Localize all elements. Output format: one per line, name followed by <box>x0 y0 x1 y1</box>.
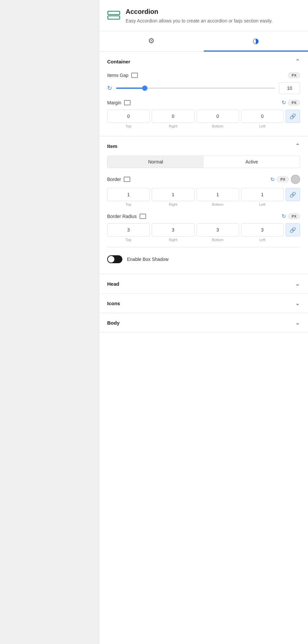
tab-normal-label: Normal <box>148 159 163 164</box>
border-top-input[interactable]: 1 <box>107 188 150 201</box>
border-bottom-input[interactable]: 1 <box>197 188 239 201</box>
items-gap-fill <box>116 88 145 89</box>
margin-bottom-value: 0 <box>216 114 219 119</box>
section-head: Head ⌄ <box>99 274 308 294</box>
border-top-label: Top <box>126 202 132 206</box>
sidebar <box>0 0 99 644</box>
items-gap-track[interactable] <box>116 88 275 89</box>
section-item-content: Normal Active Border ↻ PX <box>99 156 308 274</box>
border-row: Border ↻ PX <box>107 175 300 184</box>
style-icon: ◑ <box>253 37 259 45</box>
margin-right-cell: 0 Right <box>152 110 194 128</box>
items-gap-right: PX <box>288 72 300 78</box>
margin-bottom-cell: 0 Bottom <box>197 110 239 128</box>
border-radius-top-value: 3 <box>127 227 130 233</box>
border-radius-right-controls: ↻ PX <box>282 213 300 219</box>
border-radius-text: Border Radius <box>107 214 137 219</box>
margin-right-input[interactable]: 0 <box>152 110 194 123</box>
border-radius-screen-icon <box>139 214 146 219</box>
margin-top-value: 0 <box>127 114 130 119</box>
margin-text: Margin <box>107 100 121 105</box>
margin-reset-icon[interactable]: ↻ <box>282 99 286 106</box>
border-radius-unit[interactable]: PX <box>288 213 300 219</box>
section-icons: Icons ⌄ <box>99 294 308 313</box>
border-right-input[interactable]: 1 <box>152 188 194 201</box>
items-gap-label: Items Gap <box>107 73 138 78</box>
section-body-header[interactable]: Body ⌄ <box>99 313 308 332</box>
border-link-button[interactable]: 🔗 <box>286 188 300 201</box>
section-head-header[interactable]: Head ⌄ <box>99 274 308 293</box>
section-icons-header[interactable]: Icons ⌄ <box>99 294 308 313</box>
svg-rect-1 <box>108 16 120 19</box>
border-radius-link-button[interactable]: 🔗 <box>286 223 300 236</box>
tab-normal[interactable]: Normal <box>108 156 204 168</box>
border-radius-top-input[interactable]: 3 <box>107 223 150 236</box>
border-radius-right-label: Right <box>169 238 177 242</box>
border-inputs: 1 Top 1 Right 1 Bottom <box>107 188 300 206</box>
item-chevron-up-icon: ⌃ <box>295 142 300 150</box>
items-gap-reset-icon[interactable]: ↻ <box>107 85 112 92</box>
section-head-title: Head <box>107 281 119 287</box>
margin-unit[interactable]: PX <box>288 100 300 106</box>
border-radius-right-value: 3 <box>172 227 174 233</box>
items-gap-value[interactable]: 10 <box>279 82 300 94</box>
border-screen-icon <box>124 177 130 182</box>
tab-style[interactable]: ◑ <box>204 31 308 52</box>
border-radius-bottom-input[interactable]: 3 <box>197 223 239 236</box>
border-radius-right-input[interactable]: 3 <box>152 223 194 236</box>
border-unit[interactable]: PX <box>277 176 289 182</box>
box-shadow-row: Enable Box Shadow <box>107 249 300 266</box>
margin-inputs: 0 Top 0 Right 0 Bottom <box>107 110 300 128</box>
border-radius-left-input[interactable]: 3 <box>241 223 284 236</box>
section-container: Container ⌃ Items Gap PX ↻ <box>99 52 308 136</box>
margin-screen-icon <box>124 100 131 105</box>
container-chevron-up-icon: ⌃ <box>295 58 300 65</box>
body-chevron-down-icon: ⌄ <box>295 319 300 326</box>
border-radius-left-label: Left <box>259 238 265 242</box>
margin-link-button[interactable]: 🔗 <box>286 110 300 123</box>
border-radius-top-cell: 3 Top <box>107 223 150 242</box>
margin-bottom-input[interactable]: 0 <box>197 110 239 123</box>
margin-left-cell: 0 Left <box>241 110 284 128</box>
margin-top-cell: 0 Top <box>107 110 150 128</box>
margin-label: Margin <box>107 100 131 105</box>
tab-active[interactable]: Active <box>204 156 300 168</box>
toggle-knob <box>108 256 114 263</box>
border-top-cell: 1 Top <box>107 188 150 206</box>
margin-row: Margin ↻ PX <box>107 99 300 106</box>
margin-left-input[interactable]: 0 <box>241 110 284 123</box>
plugin-title: Accordion <box>126 8 273 16</box>
normal-active-tabs: Normal Active <box>107 156 300 168</box>
section-item-header[interactable]: Item ⌃ <box>99 136 308 156</box>
border-radius-bottom-label: Bottom <box>212 238 224 242</box>
section-item: Item ⌃ Normal Active Border ↻ <box>99 136 308 274</box>
border-radius-left-value: 3 <box>261 227 263 233</box>
border-top-value: 1 <box>127 192 130 197</box>
border-left-cell: 1 Left <box>241 188 284 206</box>
tab-settings[interactable]: ⚙ <box>99 31 204 52</box>
box-shadow-toggle[interactable] <box>107 255 122 263</box>
items-gap-screen-icon <box>131 73 138 78</box>
plugin-header: Accordion Easy Accordion allows you to c… <box>99 0 308 31</box>
border-radius-reset-icon[interactable]: ↻ <box>282 213 286 219</box>
margin-top-input[interactable]: 0 <box>107 110 150 123</box>
border-right-value: 1 <box>172 192 174 197</box>
border-right-controls: ↻ PX <box>270 175 300 184</box>
svg-rect-0 <box>108 11 120 15</box>
section-container-header[interactable]: Container ⌃ <box>99 52 308 71</box>
items-gap-unit[interactable]: PX <box>288 72 300 78</box>
items-gap-row: Items Gap PX <box>107 72 300 78</box>
border-left-value: 1 <box>261 192 263 197</box>
border-bottom-label: Bottom <box>212 202 224 206</box>
border-bottom-cell: 1 Bottom <box>197 188 239 206</box>
margin-right-controls: ↻ PX <box>282 99 300 106</box>
items-gap-thumb[interactable] <box>142 86 147 91</box>
border-reset-icon[interactable]: ↻ <box>270 176 275 183</box>
margin-top-label: Top <box>126 124 132 128</box>
margin-bottom-label: Bottom <box>212 124 224 128</box>
border-right-cell: 1 Right <box>152 188 194 206</box>
border-color-picker[interactable] <box>291 175 300 184</box>
items-gap-text: Items Gap <box>107 73 129 78</box>
border-left-input[interactable]: 1 <box>241 188 284 201</box>
border-radius-right-cell: 3 Right <box>152 223 194 242</box>
